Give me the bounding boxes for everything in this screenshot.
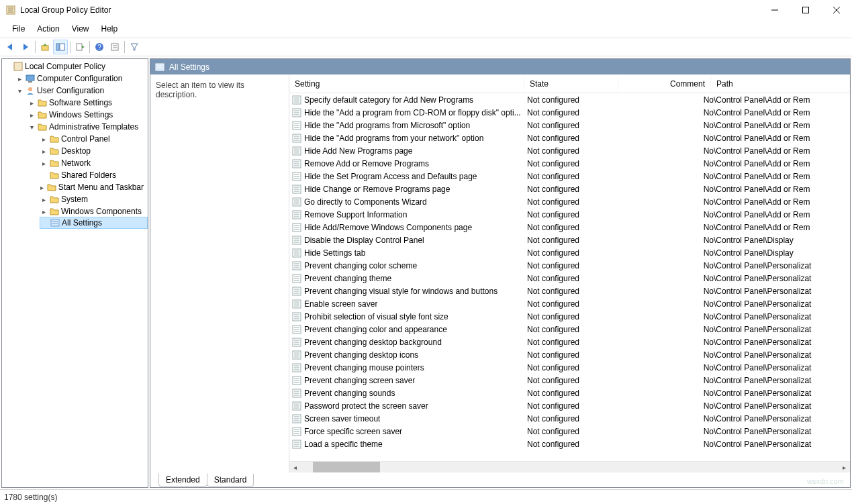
menu-action[interactable]: Action <box>32 23 64 35</box>
table-row[interactable]: Hide the "Add a program from CD-ROM or f… <box>289 106 850 119</box>
tab-standard[interactable]: Standard <box>207 474 254 487</box>
tree-shared-folders[interactable]: ▸Shared Folders <box>40 169 148 181</box>
cell-setting: Prevent changing screen saver <box>292 376 527 385</box>
scroll-left-icon[interactable]: ◂ <box>289 464 301 471</box>
cell-state: Not configured <box>527 236 621 245</box>
expander-icon[interactable]: ▸ <box>40 136 48 143</box>
table-row[interactable]: Specify default category for Add New Pro… <box>289 93 850 106</box>
details-pane: All Settings Select an item to view its … <box>150 58 851 488</box>
svg-rect-23 <box>26 75 34 81</box>
cell-setting: Disable the Display Control Panel <box>292 236 527 245</box>
setting-text: Hide the Set Program Access and Defaults… <box>304 172 477 181</box>
column-comment[interactable]: Comment <box>618 75 711 93</box>
expander-icon[interactable]: ▸ <box>15 75 23 83</box>
scroll-right-icon[interactable]: ▸ <box>839 464 850 471</box>
table-row[interactable]: Prevent changing soundsNot configuredNo\… <box>289 387 850 399</box>
tree-desktop[interactable]: ▸Desktop <box>40 145 148 157</box>
show-tree-button[interactable] <box>53 40 68 54</box>
table-row[interactable]: Remove Add or Remove ProgramsNot configu… <box>289 157 850 170</box>
svg-marker-15 <box>82 46 85 48</box>
expander-icon[interactable]: ▸ <box>40 148 48 155</box>
table-row[interactable]: Hide the "Add programs from your network… <box>289 132 850 144</box>
tree-pane[interactable]: ▸ Local Computer Policy ▸ Computer Confi… <box>1 58 148 488</box>
table-row[interactable]: Disable the Display Control PanelNot con… <box>289 234 850 246</box>
tree-all-settings[interactable]: ▸All Settings <box>40 217 148 229</box>
table-row[interactable]: Prohibit selection of visual style font … <box>289 310 850 323</box>
expander-icon[interactable]: ▸ <box>40 208 48 215</box>
folder-icon <box>49 194 60 205</box>
tree-root[interactable]: ▸ Local Computer Policy <box>3 60 148 72</box>
column-setting[interactable]: Setting <box>289 75 524 93</box>
setting-icon <box>292 95 301 105</box>
table-row[interactable]: Prevent changing color schemeNot configu… <box>289 259 850 272</box>
export-button[interactable] <box>73 40 87 54</box>
back-button[interactable] <box>3 40 17 54</box>
expander-icon[interactable]: ▸ <box>28 111 36 119</box>
filter-button[interactable] <box>127 40 142 54</box>
maximize-button[interactable] <box>790 0 821 19</box>
table-row[interactable]: Hide Add/Remove Windows Components pageN… <box>289 221 850 234</box>
tree-admin-templates[interactable]: ▾Administrative Templates <box>28 121 148 133</box>
setting-text: Specify default category for Add New Pro… <box>304 95 473 105</box>
setting-text: Prevent changing theme <box>304 274 391 283</box>
close-button[interactable] <box>821 0 852 19</box>
minimize-button[interactable] <box>759 0 790 19</box>
horizontal-scrollbar[interactable]: ◂ ▸ <box>289 461 850 472</box>
tree-windows-settings[interactable]: ▸Windows Settings <box>28 109 148 121</box>
rows-container[interactable]: Specify default category for Add New Pro… <box>289 93 850 461</box>
cell-comment: No <box>621 401 714 411</box>
column-state[interactable]: State <box>524 75 618 93</box>
table-row[interactable]: Enable screen saverNot configuredNo\Cont… <box>289 297 850 310</box>
table-row[interactable]: Hide Settings tabNot configuredNo\Contro… <box>289 246 850 259</box>
tree-computer-configuration[interactable]: ▸ Computer Configuration <box>15 72 148 85</box>
table-row[interactable]: Prevent changing visual style for window… <box>289 285 850 297</box>
column-path[interactable]: Path <box>711 75 850 93</box>
menu-help[interactable]: Help <box>96 23 124 35</box>
expander-icon[interactable]: ▸ <box>40 196 48 203</box>
menu-file[interactable]: File <box>7 23 30 35</box>
forward-button[interactable] <box>18 40 33 54</box>
tree-system[interactable]: ▸System <box>40 193 148 205</box>
tree-software-settings[interactable]: ▸Software Settings <box>28 97 148 109</box>
cell-path: \Control Panel\Personalizat <box>714 350 850 360</box>
table-row[interactable]: Screen saver timeoutNot configuredNo\Con… <box>289 412 850 425</box>
tree-control-panel[interactable]: ▸Control Panel <box>40 133 148 145</box>
expander-icon[interactable]: ▾ <box>15 87 23 95</box>
tree-start-menu[interactable]: ▸Start Menu and Taskbar <box>40 181 148 193</box>
table-row[interactable]: Prevent changing themeNot configuredNo\C… <box>289 272 850 285</box>
cell-comment: No <box>621 440 714 449</box>
table-row[interactable]: Prevent changing screen saverNot configu… <box>289 374 850 387</box>
scrollbar-thumb[interactable] <box>313 462 380 473</box>
table-row[interactable]: Prevent changing desktop backgroundNot c… <box>289 336 850 348</box>
tab-extended[interactable]: Extended <box>158 473 207 487</box>
tree-network[interactable]: ▸Network <box>40 157 148 169</box>
expander-icon[interactable]: ▸ <box>40 160 48 167</box>
table-row[interactable]: Go directly to Components WizardNot conf… <box>289 195 850 208</box>
table-row[interactable]: Prevent changing desktop iconsNot config… <box>289 348 850 361</box>
setting-icon <box>292 261 301 270</box>
tree-windows-components[interactable]: ▸Windows Components <box>40 205 148 217</box>
table-row[interactable]: Prevent changing color and appearanceNot… <box>289 323 850 336</box>
expander-icon[interactable]: ▸ <box>40 184 45 191</box>
table-row[interactable]: Force specific screen saverNot configure… <box>289 425 850 438</box>
up-folder-button[interactable] <box>38 40 52 54</box>
cell-comment: No <box>621 338 714 347</box>
table-row[interactable]: Load a specific themeNot configuredNo\Co… <box>289 438 850 450</box>
table-row[interactable]: Prevent changing mouse pointersNot confi… <box>289 361 850 374</box>
svg-rect-12 <box>56 44 59 50</box>
tree-label: System <box>61 195 88 204</box>
setting-text: Screen saver timeout <box>304 414 380 423</box>
table-row[interactable]: Password protect the screen saverNot con… <box>289 399 850 412</box>
folder-icon <box>37 97 48 108</box>
table-row[interactable]: Hide the "Add programs from Microsoft" o… <box>289 119 850 132</box>
table-row[interactable]: Hide Change or Remove Programs pageNot c… <box>289 183 850 195</box>
properties-button[interactable] <box>107 40 122 54</box>
expander-icon[interactable]: ▾ <box>28 123 36 131</box>
table-row[interactable]: Hide Add New Programs pageNot configured… <box>289 144 850 157</box>
tree-user-configuration[interactable]: ▾ User Configuration <box>15 85 148 97</box>
help-button[interactable]: ? <box>92 40 107 54</box>
table-row[interactable]: Hide the Set Program Access and Defaults… <box>289 170 850 183</box>
expander-icon[interactable]: ▸ <box>28 99 36 107</box>
table-row[interactable]: Remove Support InformationNot configured… <box>289 208 850 221</box>
menu-view[interactable]: View <box>66 23 95 35</box>
